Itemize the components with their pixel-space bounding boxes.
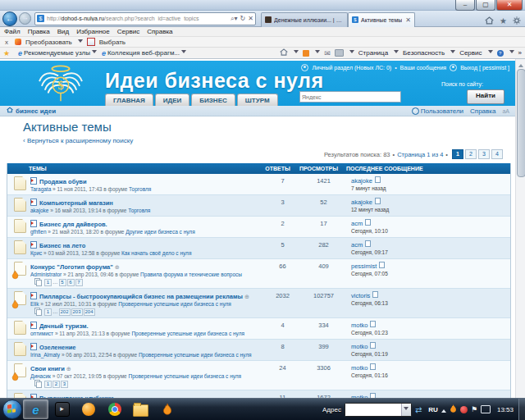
language-indicator[interactable]: RU <box>428 406 438 413</box>
topic-page-number[interactable]: 2 <box>52 381 60 388</box>
menu-help[interactable]: Справка <box>147 28 172 35</box>
pagination-page[interactable]: 2 <box>465 149 477 159</box>
address-toolbar-input[interactable] <box>345 404 401 416</box>
topic-title-link[interactable]: Бизнес на лето <box>39 242 85 249</box>
help-icon[interactable]: ? <box>497 50 504 57</box>
addon-close-icon[interactable]: x <box>5 39 8 46</box>
search-dropdown-icon[interactable]: ⌕▾ <box>231 15 238 23</box>
topic-author-link[interactable]: Taragata <box>30 186 51 192</box>
new-post-icon[interactable] <box>30 241 37 249</box>
topic-author-link[interactable]: gfhfien <box>30 229 47 235</box>
tab-close-icon[interactable]: ✕ <box>405 16 411 24</box>
menu-edit[interactable]: Правка <box>28 28 50 35</box>
topic-page-number[interactable]: 6 <box>67 279 75 286</box>
topic-author-link[interactable]: Динасик <box>30 373 51 379</box>
tray-red-icon[interactable] <box>460 406 468 413</box>
forward-button[interactable]: → <box>19 12 31 25</box>
logout-link[interactable]: Выход [ pessimist ] <box>460 65 509 71</box>
topic-forum-link[interactable]: Торговля <box>128 208 150 213</box>
topic-page-number[interactable]: 3 <box>61 381 68 388</box>
topic-author-link[interactable]: Крис <box>30 250 42 256</box>
chevron-down-icon[interactable] <box>349 50 354 56</box>
last-post-author-link[interactable]: motko <box>351 364 368 372</box>
start-button[interactable] <box>2 399 22 419</box>
tab-active[interactable]: $ Активные темы ✕ <box>348 12 415 27</box>
network-icon[interactable] <box>481 405 491 413</box>
chevron-down-icon[interactable] <box>294 50 299 56</box>
home-icon[interactable] <box>485 13 494 28</box>
font-size-widget[interactable]: аА <box>502 108 509 114</box>
topic-forum-link[interactable]: Проверенные успешные идеи бизнеса с нуля <box>129 373 242 379</box>
show-hidden-icons-arrow[interactable] <box>441 407 446 413</box>
topic-page-number[interactable]: 1 <box>44 308 52 316</box>
topic-title-link[interactable]: Пилларсы - быстроокупающийся бизнес на р… <box>39 293 243 300</box>
breadcrumb[interactable]: бизнес идеи <box>16 107 56 115</box>
goto-last-post-icon[interactable] <box>365 240 371 247</box>
users-link[interactable]: Пользователи <box>421 107 463 115</box>
stop-icon[interactable]: ✕ <box>248 15 253 22</box>
taskbar-dark-app-icon[interactable]: ▸ <box>49 399 75 419</box>
goto-last-post-icon[interactable] <box>370 342 376 349</box>
chevron-down-icon[interactable] <box>488 50 493 56</box>
last-post-author-link[interactable]: akajoke <box>351 199 372 206</box>
pagination-page[interactable]: 4 <box>491 149 503 159</box>
favorite-item-web-slices[interactable]: Коллекция веб-фрагм... <box>107 49 180 57</box>
last-post-author-link[interactable]: motko <box>351 343 368 350</box>
menu-view[interactable]: Вид <box>57 28 69 35</box>
topic-page-number[interactable]: 5 <box>59 279 66 286</box>
pagination-page[interactable]: 3 <box>478 149 490 159</box>
favorites-star-icon[interactable]: ★ <box>500 16 507 25</box>
chevron-down-icon[interactable] <box>315 50 320 56</box>
menu-favorites[interactable]: Избранное <box>76 28 110 35</box>
new-post-icon[interactable] <box>30 220 37 227</box>
chevron-down-icon[interactable] <box>450 50 455 56</box>
add-favorite-star-icon[interactable]: ★ <box>3 49 10 57</box>
mail-icon[interactable]: ✉ <box>324 49 331 57</box>
goto-last-post-icon[interactable] <box>365 219 371 226</box>
back-button[interactable]: ← <box>2 11 17 26</box>
settings-gear-icon[interactable] <box>513 13 521 28</box>
rss-feed-icon[interactable] <box>303 50 309 57</box>
action-center-flag-icon[interactable]: ⚑ <box>471 405 477 413</box>
tab-inactive[interactable]: Денежные иллюзии... | Бегст... <box>261 12 348 27</box>
select-addon-button[interactable]: Выбрать <box>99 39 126 46</box>
address-bar[interactable]: $ http://dohod-s-nulya.ru/search.php?sea… <box>34 12 256 25</box>
site-logo[interactable]: $ <box>37 63 84 107</box>
taskbar-clock[interactable]: 13:53 <box>497 406 514 413</box>
topic-title-link[interactable]: Бизнес для дайверов. <box>39 221 107 228</box>
topic-author-link[interactable]: akajoke <box>30 208 48 213</box>
topic-author-link[interactable]: Elik <box>30 301 39 307</box>
command-safety-button[interactable]: Безопасность <box>403 49 445 57</box>
url-text[interactable]: http://dohod-s-nulya.ru/search.php?searc… <box>47 16 229 21</box>
board-home-icon[interactable] <box>7 107 13 115</box>
last-post-author-link[interactable]: pessimist <box>351 262 377 270</box>
topic-title-link[interactable]: Конкурс "Логотип форума" <box>30 263 113 271</box>
goto-last-post-icon[interactable] <box>370 321 376 327</box>
show-desktop-button[interactable] <box>518 399 525 420</box>
last-post-author-link[interactable]: akajoke <box>351 177 372 185</box>
site-search-input[interactable] <box>299 91 401 103</box>
new-post-icon[interactable] <box>30 322 37 329</box>
close-button[interactable]: ✕ <box>496 0 523 11</box>
new-post-icon[interactable] <box>30 199 37 206</box>
taskbar-folder-icon[interactable] <box>128 399 153 419</box>
minimize-button[interactable]: – <box>455 0 475 11</box>
refresh-icon[interactable]: ↻ <box>240 15 246 22</box>
chevron-down-icon[interactable] <box>92 50 97 56</box>
topic-author-link[interactable]: Irina_Almaty <box>30 352 60 358</box>
new-post-icon[interactable] <box>30 177 37 185</box>
taskbar-chrome-icon[interactable] <box>102 399 127 419</box>
chevron-down-icon[interactable] <box>394 50 399 56</box>
new-post-icon[interactable] <box>30 292 37 299</box>
maximize-button[interactable]: ▢ <box>476 0 495 11</box>
taskbar-flame-icon[interactable] <box>154 399 180 419</box>
scroll-up-arrow[interactable] <box>517 59 524 67</box>
menu-file[interactable]: Файл <box>4 28 21 35</box>
command-tools-button[interactable]: Сервис <box>459 49 482 57</box>
address-go-icon[interactable]: ⇄ <box>415 405 422 414</box>
home-icon[interactable] <box>280 48 288 57</box>
address-toolbar[interactable] <box>345 403 412 417</box>
nav-tab-storm[interactable]: ШТУРМ <box>237 94 278 106</box>
convert-addon-button[interactable]: Преобразовать <box>25 39 72 46</box>
taskbar-ie-icon[interactable]: e <box>23 399 48 419</box>
